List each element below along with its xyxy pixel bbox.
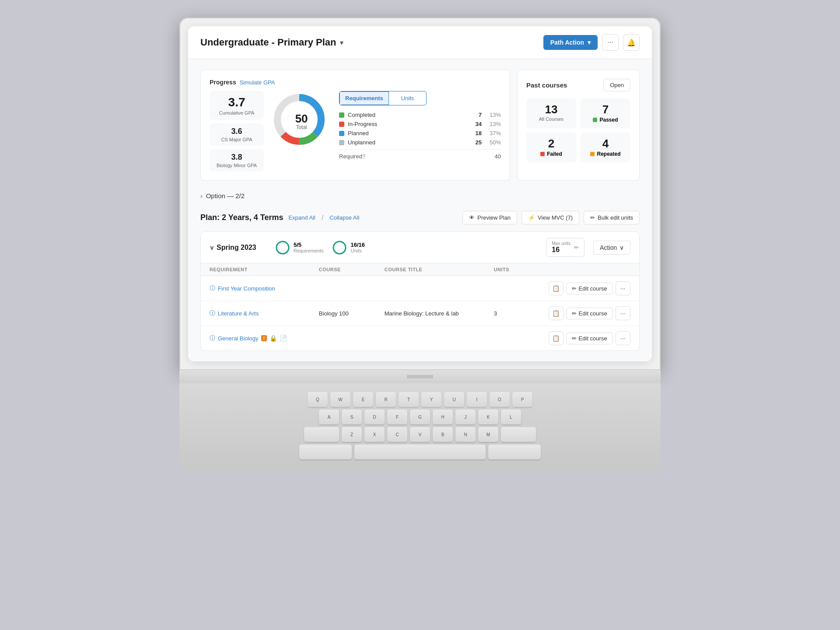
more-icon-btn-1[interactable]: ···: [616, 281, 630, 295]
action-dropdown-button[interactable]: Action ∨: [593, 241, 630, 255]
key-q[interactable]: Q: [308, 392, 328, 407]
required-row: Required ? 40: [339, 149, 501, 160]
key-r[interactable]: R: [376, 392, 396, 407]
copy-icon-btn-1[interactable]: 📋: [549, 281, 564, 295]
key-b[interactable]: B: [433, 427, 453, 442]
preview-plan-button[interactable]: 👁 Preview Plan: [462, 211, 517, 224]
edit-course-btn-1[interactable]: ✏ Edit course: [566, 283, 613, 294]
key-v[interactable]: V: [410, 427, 430, 442]
key-shift-right[interactable]: [501, 427, 536, 442]
keyboard-row-2: A S D F G H J K L: [192, 410, 648, 424]
bell-button[interactable]: 🔔: [623, 34, 640, 51]
term-name: ∨ Spring 2023: [210, 244, 266, 252]
key-k[interactable]: K: [478, 410, 498, 424]
key-c[interactable]: C: [387, 427, 407, 442]
col-requirement: REQUIREMENT: [210, 267, 319, 272]
key-shift-left[interactable]: [304, 427, 339, 442]
warning-badge-3: !: [261, 335, 267, 341]
key-s[interactable]: S: [342, 410, 362, 424]
key-f[interactable]: F: [387, 410, 407, 424]
more-button[interactable]: ···: [602, 34, 619, 51]
key-space[interactable]: [354, 444, 486, 459]
option-row[interactable]: › Option — 2/2: [200, 189, 640, 202]
open-button[interactable]: Open: [603, 79, 630, 91]
key-h[interactable]: H: [433, 410, 453, 424]
laptop-notch-bar: [179, 370, 661, 383]
key-g[interactable]: G: [410, 410, 430, 424]
max-units-value: 16: [552, 246, 570, 254]
table-row: ⓘ Literature & Arts Biology 100 Marine B…: [201, 301, 639, 326]
key-fn-area[interactable]: [299, 444, 352, 459]
key-l[interactable]: L: [501, 410, 521, 424]
unplanned-dot: [339, 140, 344, 145]
cs-major-gpa-label: CS Major GPA: [217, 137, 257, 142]
app-main: Progress Simulate GPA 3.7 Cumulative GPA: [188, 59, 652, 361]
edit-course-btn-3[interactable]: ✏ Edit course: [566, 332, 613, 344]
bell-icon: 🔔: [627, 38, 636, 47]
info-icon-3: ⓘ: [210, 334, 215, 342]
req-general-biology[interactable]: ⓘ General Biology ! 🔒 📄: [210, 334, 319, 342]
req-literature-arts[interactable]: ⓘ Literature & Arts: [210, 309, 319, 317]
bulk-edit-button[interactable]: ✏ Bulk edit units: [584, 211, 640, 224]
copy-icon-btn-2[interactable]: 📋: [549, 306, 564, 320]
key-z[interactable]: Z: [342, 427, 362, 442]
cumulative-gpa-value: 3.7: [217, 95, 257, 109]
key-u[interactable]: U: [444, 392, 464, 407]
plan-dropdown-icon[interactable]: ▾: [340, 38, 343, 47]
collapse-all-link[interactable]: Collapse All: [329, 214, 359, 221]
max-units-edit-icon[interactable]: ✏: [574, 244, 579, 251]
biology-minor-gpa-value: 3.8: [217, 153, 257, 162]
key-m[interactable]: M: [478, 427, 498, 442]
all-courses-label: All Courses: [532, 116, 571, 122]
key-o[interactable]: O: [490, 392, 510, 407]
req-name-1: First Year Composition: [218, 285, 275, 292]
key-i[interactable]: I: [467, 392, 487, 407]
units-tab[interactable]: Units: [389, 91, 426, 105]
view-mvc-button[interactable]: ⚡ View MVC (7): [522, 211, 579, 224]
key-x[interactable]: X: [364, 427, 385, 442]
key-d[interactable]: D: [364, 410, 385, 424]
keyboard-row-1: Q W E R T Y U I O P: [192, 392, 648, 407]
inprogress-count: 34: [471, 121, 482, 127]
key-n[interactable]: N: [455, 427, 476, 442]
edit-icon-2: ✏: [572, 310, 577, 317]
key-a[interactable]: A: [319, 410, 339, 424]
term-chevron[interactable]: ∨: [210, 244, 214, 251]
key-p[interactable]: P: [512, 392, 532, 407]
more-icon-btn-3[interactable]: ···: [616, 331, 630, 345]
repeated-label: Repeated: [597, 151, 620, 157]
failed-dot: [540, 152, 545, 156]
key-e[interactable]: E: [353, 392, 373, 407]
key-w[interactable]: W: [330, 392, 350, 407]
failed-card: 2 Failed: [526, 133, 576, 162]
progress-header: Progress Simulate GPA: [210, 79, 501, 86]
help-icon[interactable]: ?: [362, 153, 365, 160]
edit-course-btn-2[interactable]: ✏ Edit course: [566, 308, 613, 319]
edit-course-label-2: Edit course: [579, 310, 607, 317]
edit-icon: ✏: [590, 214, 595, 221]
planned-count: 18: [471, 130, 482, 136]
past-courses-header: Past courses Open: [526, 79, 630, 91]
passed-card: 7 Passed: [581, 98, 630, 128]
key-j[interactable]: J: [455, 410, 476, 424]
path-action-chevron: ▾: [588, 39, 591, 46]
page-title: Undergraduate - Primary Plan: [200, 37, 336, 48]
more-icon-btn-2[interactable]: ···: [616, 306, 630, 320]
plan-title-row: Plan: 2 Years, 4 Terms Expand All / Coll…: [200, 213, 359, 222]
key-return-area[interactable]: [488, 444, 541, 459]
requirements-tab[interactable]: Requirements: [340, 91, 389, 105]
key-y[interactable]: Y: [421, 392, 441, 407]
slash-divider: /: [322, 214, 323, 222]
table-header: REQUIREMENT COURSE COURSE TITLE UNITS: [201, 263, 639, 276]
key-t[interactable]: T: [399, 392, 419, 407]
required-value: 40: [495, 153, 501, 160]
completed-dot: [339, 112, 344, 118]
copy-icon-btn-3[interactable]: 📋: [549, 331, 564, 345]
expand-all-link[interactable]: Expand All: [288, 214, 315, 221]
path-action-button[interactable]: Path Action ▾: [543, 35, 598, 50]
req-first-year-composition[interactable]: ⓘ First Year Composition: [210, 284, 319, 292]
course-2: Biology 100: [319, 310, 385, 317]
simulate-gpa-link[interactable]: Simulate GPA: [240, 79, 275, 86]
required-label: Required: [339, 153, 362, 160]
plan-heading: Plan: 2 Years, 4 Terms: [200, 213, 283, 222]
